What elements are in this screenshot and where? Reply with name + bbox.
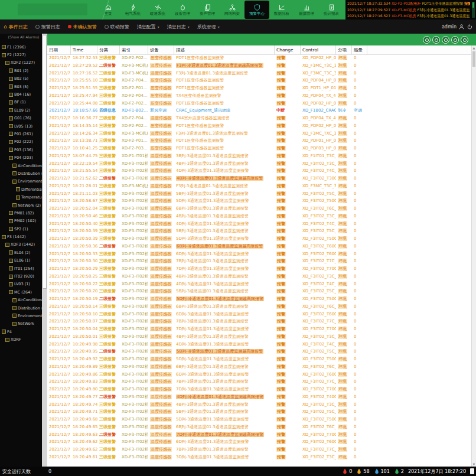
tab-3[interactable]: 未确认报警 — [68, 24, 97, 30]
tree-node[interactable]: P04 (203) — [0, 154, 42, 161]
table-row[interactable]: 2021/12/718:20:49.804三级报警XD-F3-IT02机房温度传… — [47, 386, 471, 393]
nav-analysis[interactable]: 数据分析 — [269, 1, 294, 19]
tree-node[interactable]: Distribution (251) — [0, 169, 42, 177]
table-row[interactable]: 2021/12/718:25:55.101三级报警XD-F2-P04…压变传感器… — [47, 77, 471, 84]
table-row[interactable]: 2021/12/718:20:50.044三级报警XD-F3-IT02机房温度传… — [47, 325, 471, 333]
tree-node[interactable]: XDF3 (1442) — [0, 241, 42, 249]
tab-7[interactable]: 系统管理▾ — [197, 24, 220, 30]
table-row[interactable]: 2021/12/718:25:44.081三级报警XD-F2-P02…压变传感器… — [47, 100, 471, 107]
scroll-up-icon[interactable]: ▲ — [472, 45, 476, 50]
tree-node[interactable]: P01 (261) — [0, 130, 42, 138]
sidebar-scroll-thumb[interactable] — [43, 35, 47, 289]
alarm-counter-level3[interactable]: 101 — [374, 468, 390, 474]
confirm-icon[interactable] — [442, 36, 449, 44]
table-row[interactable]: 2021/12/718:20:50.254三级报警XD-F3-IT02机房温度传… — [47, 273, 471, 281]
show-all-alarms[interactable]: (Show All Alarms) — [0, 34, 47, 41]
nav-network[interactable]: 网络构架 — [220, 1, 244, 19]
table-row[interactable]: 2021/12/718:21:28.019三级报警XD-F3-MC机房温度传感器… — [47, 182, 471, 190]
table-row[interactable]: 2021/12/718:25:51.550三级报警XD-F2-P01…压变传感器… — [47, 84, 471, 92]
ticker-line[interactable]: 2021/12/7 18:27:32.534 XD-F2-P02配电柜 PDT1… — [347, 1, 470, 7]
tree-node[interactable]: PM01 (82) — [0, 209, 42, 217]
table-row[interactable]: 2021/12/718:20:49.984三级报警XD-F3-IT02机房温度传… — [47, 341, 471, 348]
table-scrollbar[interactable]: ▲ ▼ — [471, 45, 476, 467]
table-row[interactable]: 2021/12/718:20:50.201三级报警XD-F3-IT02机房温度传… — [47, 288, 471, 295]
alarm-counter-level1[interactable]: 0 — [343, 468, 352, 474]
tree-node[interactable]: Environment (12) — [0, 312, 42, 319]
table-row[interactable]: 2021/12/718:13:38.712三级报警XD-F2-P01…压变传感器… — [47, 137, 471, 145]
table-row[interactable]: 2021/12/718:20:49.654三级报警XD-F3-IT02机房温度传… — [47, 423, 471, 431]
table-row[interactable]: 2021/12/718:14:35.140三级报警XD-F2-P02…压变传感器… — [47, 122, 471, 130]
table-row[interactable]: 2021/12/718:20:49.615三级报警XD-F3-IT02机房温度传… — [47, 454, 471, 461]
tree-node[interactable]: EL06 (1) — [0, 257, 42, 265]
table-row[interactable]: 2021/12/718:18:57.663四级信息XD-F1-B02…新风空调C… — [47, 107, 471, 115]
col-header-7[interactable]: Change — [275, 45, 301, 54]
col-header-3[interactable]: 分类 — [97, 45, 120, 54]
table-row[interactable]: 2021/12/718:20:50.406三级报警XD-F3-IT02机房温度传… — [47, 220, 471, 228]
tree-node[interactable]: B03 (5) — [0, 83, 42, 90]
col-header-10[interactable]: 能量 — [352, 45, 367, 54]
tree-node[interactable]: EL04 (2) — [0, 249, 42, 256]
tree-node[interactable]: F2 (1227) — [0, 51, 42, 58]
refresh-icon[interactable] — [423, 36, 431, 44]
tree-node[interactable]: TemperatureAndHumidity — [0, 193, 42, 201]
ticker-line[interactable]: 2021/12/7 18:27:29.527 XD-F3-MC机房 F3列-冷通… — [347, 7, 470, 14]
col-header-2[interactable]: Time — [71, 45, 97, 54]
tab-6[interactable]: 消息日志▾ — [167, 24, 190, 30]
tree-node[interactable]: AirConditioner — [0, 296, 42, 304]
tree-node[interactable]: B01 (2) — [0, 67, 42, 74]
table-row[interactable]: 2021/12/718:07:44.751三级报警XD-F1-IT01机房温度传… — [47, 152, 471, 160]
table-row[interactable]: 2021/12/718:20:50.194二级报警XD-F3-IT02机房温度传… — [47, 295, 471, 303]
sidebar-scrollbar[interactable] — [42, 34, 47, 467]
table-row[interactable]: 2021/12/718:20:50.224三级报警XD-F3-IT02机房温度传… — [47, 281, 471, 288]
col-header-1[interactable]: 日期 — [47, 45, 71, 54]
ticker-scrollbar[interactable] — [472, 2, 475, 18]
tree-node[interactable]: LV05 (13) — [0, 122, 42, 130]
table-row[interactable]: 2021/12/718:20:50.294三级报警XD-F3-IT02机房温度传… — [47, 265, 471, 273]
nav-energy[interactable]: 能源管理 — [294, 1, 319, 19]
table-scroll-thumb[interactable] — [472, 51, 475, 67]
tree-node[interactable]: BF (1) — [0, 99, 42, 106]
col-header-9[interactable]: 分项 — [336, 45, 352, 54]
nav-report[interactable]: 统计报表 — [319, 1, 344, 19]
table-row[interactable]: 2021/12/718:20:49.954二级报警XD-F3-IT02机房温度传… — [47, 348, 471, 356]
table-row[interactable]: 2021/12/718:14:26.343三级报警XD-F3-MC机房温度传感器… — [47, 130, 471, 138]
table-row[interactable]: 2021/12/718:21:11.030三级报警XD-F3-IT02机房温度传… — [47, 190, 471, 198]
tree-node[interactable]: F1 (2396) — [0, 43, 42, 51]
table-row[interactable]: 2021/12/718:20:49.714三级报警XD-F3-IT02机房温度传… — [47, 408, 471, 416]
col-header-8[interactable]: Control — [301, 45, 336, 54]
export-icon[interactable] — [451, 36, 459, 44]
table-row[interactable]: 2021/12/718:20:50.469三级报警XD-F3-IT02机房温度传… — [47, 213, 471, 220]
table-row[interactable]: 2021/12/718:22:19.541三级报警XD-F3-IT02机房温度传… — [47, 160, 471, 168]
nav-hvac[interactable]: 暖通系统 — [145, 1, 170, 19]
tree-node[interactable]: F3 (1442) — [0, 233, 42, 240]
tree-node[interactable]: B04 (16) — [0, 90, 42, 98]
table-row[interactable]: 2021/12/718:20:50.334三级报警XD-F3-IT02机房温度传… — [47, 250, 471, 258]
nav-home[interactable]: 主页 — [96, 1, 120, 19]
table-row[interactable]: 2021/12/718:20:50.368二级报警XD-F3-IT02机房温度传… — [47, 243, 471, 250]
table-row[interactable]: 2021/12/718:27:29.527二级报警XD-F3-MC机房温度传感器… — [47, 62, 471, 70]
nav-electrical[interactable]: 电气系统 — [120, 1, 145, 19]
nav-asset[interactable]: 资产管理 — [195, 1, 220, 19]
tree-node[interactable]: P03 (136) — [0, 146, 42, 154]
table-row[interactable]: 2021/12/718:20:50.104三级报警XD-F3-IT02机房温度传… — [47, 311, 471, 318]
tree-node[interactable]: NetWork (2) — [0, 201, 42, 209]
table-row[interactable]: 2021/12/718:20:58.677三级报警XD-F3-IT02机房温度传… — [47, 197, 471, 205]
table-row[interactable]: 2021/12/718:20:49.628三级报警XD-F3-IT02机房温度传… — [47, 438, 471, 446]
ticker-line[interactable]: 2021/12/7 18:27:16.527 XD-F3-MC机房 F3列-冷通… — [347, 13, 470, 19]
tree-node[interactable]: DifferentialPressureS — [0, 185, 42, 193]
table-row[interactable]: 2021/12/718:20:49.834三级报警XD-F3-IT02机房温度传… — [47, 378, 471, 386]
tab-2[interactable]: 报警日志 — [35, 24, 60, 30]
logout-power-icon[interactable] — [467, 24, 473, 30]
tree-node[interactable]: EL09 (2) — [0, 106, 42, 114]
table-row[interactable]: 2021/12/718:20:50.394三级报警XD-F3-IT02机房温度传… — [47, 235, 471, 243]
col-header-4[interactable]: 索引 — [120, 45, 148, 54]
tab-5[interactable]: 消息配置▾ — [137, 24, 159, 30]
tab-1[interactable]: ⌂事件日志 — [4, 24, 28, 30]
pause-icon[interactable] — [432, 36, 440, 44]
tree-node[interactable]: LV03 (1) — [0, 281, 42, 288]
tree-node[interactable]: Distribution (252) — [0, 304, 42, 312]
table-row[interactable]: 2021/12/718:20:50.394三级报警XD-F3-IT02机房温度传… — [47, 227, 471, 235]
tree-node[interactable]: MC (264) — [0, 288, 42, 296]
tree-node[interactable]: AirConditioner (10) — [0, 162, 42, 169]
print-icon[interactable] — [461, 36, 468, 44]
